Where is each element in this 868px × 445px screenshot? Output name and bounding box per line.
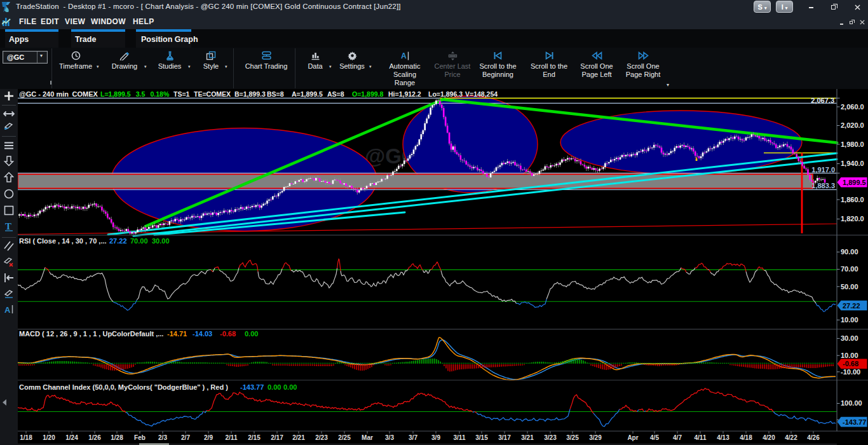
svg-text:2/21: 2/21 [292,434,305,441]
svg-text:1/18: 1/18 [20,434,32,441]
svg-text:RSI ( Close , 14 , 30 , 70 ,..: RSI ( Close , 14 , 30 , 70 ,... [19,237,107,245]
svg-text:1/20: 1/20 [43,434,55,441]
svg-text:-143.77: -143.77 [843,418,866,426]
svg-text:0.00: 0.00 [245,330,258,338]
svg-text:@GC - 240 min COMEX: @GC - 240 min COMEX [19,90,98,98]
svg-text:2/11: 2/11 [226,434,238,441]
svg-text:1,883.3: 1,883.3 [811,182,835,189]
svg-text:Comm Channel Index (50,0,0, My: Comm Channel Index (50,0,0, MyColors( "D… [19,383,228,391]
svg-text:4/13: 4/13 [717,434,729,441]
svg-text:2/3: 2/3 [158,434,167,441]
svg-text:70.00: 70.00 [130,237,148,245]
svg-text:V=148,254: V=148,254 [465,90,498,98]
svg-text:1,980.0: 1,980.0 [841,140,864,148]
svg-text:L=1,899.5 3.5 0.18%: L=1,899.5 3.5 0.18% [100,90,170,98]
svg-text:3/9: 3/9 [431,434,440,441]
svg-text:4/5: 4/5 [650,434,659,441]
svg-text:10.00: 10.00 [841,316,858,324]
svg-text:-14.03: -14.03 [193,330,212,338]
svg-text:2,067.3: 2,067.3 [811,97,834,104]
svg-text:70.00: 70.00 [841,265,858,273]
svg-text:2,020.0: 2,020.0 [841,121,864,129]
svg-text:3/21: 3/21 [521,434,534,441]
svg-text:2/25: 2/25 [338,434,351,441]
svg-text:2,060.0: 2,060.0 [841,103,864,111]
svg-text:AS=8: AS=8 [327,90,344,98]
svg-text:1,860.0: 1,860.0 [841,196,864,203]
svg-text:27.22: 27.22 [109,237,127,245]
svg-text:Mar: Mar [362,434,373,441]
svg-text:4/20: 4/20 [763,434,775,441]
svg-text:-0.68: -0.68 [220,330,236,338]
svg-text:Feb: Feb [134,434,146,441]
svg-text:3/23: 3/23 [544,434,557,441]
svg-text:10.00: 10.00 [841,352,858,359]
svg-text:1,899.5: 1,899.5 [843,179,866,186]
svg-text:27.22: 27.22 [843,302,860,310]
svg-text:TS=1: TS=1 [173,90,190,98]
svg-text:1/24: 1/24 [65,434,78,441]
svg-text:30.00: 30.00 [152,237,170,245]
svg-text:30.00: 30.00 [841,334,858,342]
svg-text:O=1,899.8: O=1,899.8 [352,90,383,98]
svg-text:3/15: 3/15 [475,434,488,441]
svg-text:Hi=1,912.2: Hi=1,912.2 [388,90,421,98]
svg-text:100.00: 100.00 [841,399,862,407]
svg-text:4/7: 4/7 [673,434,682,441]
svg-text:-14.71: -14.71 [167,330,187,338]
svg-text:A: A [4,305,11,315]
svg-text:90.00: 90.00 [841,248,858,256]
svg-text:3/11: 3/11 [454,434,466,441]
svg-text:1,940.0: 1,940.0 [841,160,864,167]
svg-text:2/23: 2/23 [315,434,328,441]
svg-text:T: T [5,221,11,231]
svg-text:0.00: 0.00 [268,383,281,391]
svg-text:B=1,899.3: B=1,899.3 [234,90,266,98]
svg-text:3/29: 3/29 [589,434,602,441]
svg-text:0.00: 0.00 [283,383,297,391]
svg-text:3/17: 3/17 [498,434,511,441]
svg-text:Lo=1,896.3: Lo=1,896.3 [428,90,463,98]
svg-text:Apr: Apr [627,434,638,441]
svg-text:2/7: 2/7 [181,434,190,441]
svg-text:BS=8: BS=8 [267,90,284,98]
svg-text:A=1,899.5: A=1,899.5 [292,90,323,98]
svg-text:2/15: 2/15 [248,434,261,441]
svg-text:4/26: 4/26 [807,434,820,441]
svg-text:-143.77: -143.77 [240,383,264,391]
svg-text:1,820.0: 1,820.0 [841,215,864,222]
svg-text:-0.68: -0.68 [843,360,858,367]
svg-text:3/25: 3/25 [566,434,579,441]
svg-text:3/3: 3/3 [385,434,394,441]
svg-text:1/26: 1/26 [88,434,101,441]
svg-text:TE=COMEX: TE=COMEX [194,90,231,98]
svg-text:1,917.0: 1,917.0 [811,166,835,174]
svg-text:-10.00: -10.00 [841,368,860,376]
svg-text:50.00: 50.00 [841,283,858,291]
svg-text:MACD ( 12 , 26 , 9 , 1 , 1 , U: MACD ( 12 , 26 , 9 , 1 , 1 , UpColorDefa… [19,330,163,338]
svg-text:2/9: 2/9 [204,434,213,441]
svg-text:1/28: 1/28 [111,434,123,441]
svg-text:2/17: 2/17 [271,434,283,441]
svg-text:4/11: 4/11 [695,434,707,441]
svg-text:4/22: 4/22 [785,434,797,441]
svg-text:3/7: 3/7 [409,434,417,441]
svg-text:4/18: 4/18 [740,434,752,441]
